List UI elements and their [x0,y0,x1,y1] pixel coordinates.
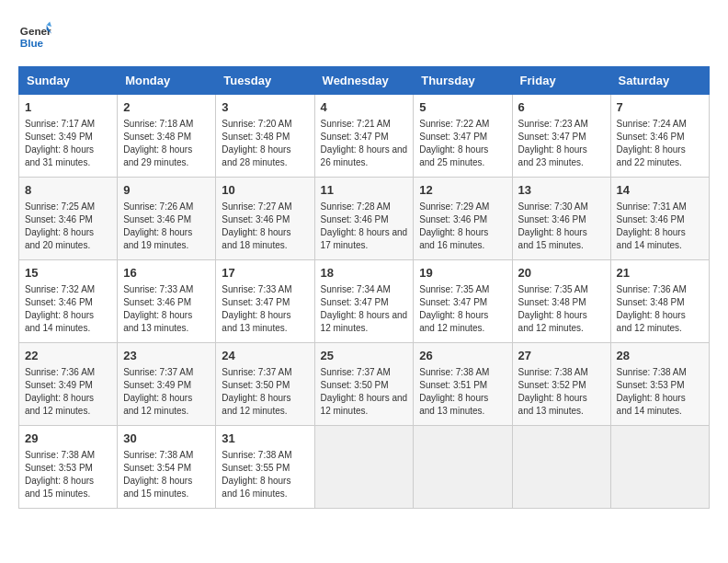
sunset-label: Sunset: 3:46 PM [518,214,586,224]
sunset-label: Sunset: 3:52 PM [518,380,586,390]
sunset-label: Sunset: 3:46 PM [123,214,191,224]
header: General Blue [18,18,710,52]
day-number: 18 [321,265,408,282]
daylight-label: Daylight: 8 hours and 12 minutes. [222,393,290,416]
day-number: 26 [419,348,506,364]
svg-text:Blue: Blue [20,37,44,49]
daylight-label: Daylight: 8 hours and 15 minutes. [25,476,94,499]
calendar-cell: 17Sunrise: 7:33 AMSunset: 3:47 PMDayligh… [216,260,314,343]
calendar-cell: 8Sunrise: 7:25 AMSunset: 3:46 PMDaylight… [19,178,118,260]
sunset-label: Sunset: 3:48 PM [617,297,685,307]
daylight-label: Daylight: 8 hours and 31 minutes. [25,144,94,167]
sunset-label: Sunset: 3:48 PM [123,132,191,142]
day-number: 27 [518,348,605,364]
col-header-tuesday: Tuesday [216,67,314,95]
week-row-1: 1Sunrise: 7:17 AMSunset: 3:49 PMDaylight… [19,95,710,178]
day-number: 6 [518,99,605,116]
day-number: 13 [518,182,605,199]
daylight-label: Daylight: 8 hours and 13 minutes. [123,310,192,333]
calendar-cell: 7Sunrise: 7:24 AMSunset: 3:46 PMDaylight… [610,95,709,178]
sunset-label: Sunset: 3:46 PM [123,297,191,307]
calendar-cell: 5Sunrise: 7:22 AMSunset: 3:47 PMDaylight… [414,95,512,178]
calendar-cell: 1Sunrise: 7:17 AMSunset: 3:49 PMDaylight… [19,95,118,178]
calendar-cell: 3Sunrise: 7:20 AMSunset: 3:48 PMDaylight… [216,95,314,178]
sunset-label: Sunset: 3:51 PM [419,380,487,390]
calendar-cell: 29Sunrise: 7:38 AMSunset: 3:53 PMDayligh… [19,426,118,509]
sunset-label: Sunset: 3:53 PM [25,463,93,473]
calendar-cell: 14Sunrise: 7:31 AMSunset: 3:46 PMDayligh… [610,178,709,260]
day-number: 20 [518,265,605,282]
calendar-cell: 21Sunrise: 7:36 AMSunset: 3:48 PMDayligh… [610,260,709,343]
sunrise-label: Sunrise: 7:24 AM [617,119,687,129]
sunset-label: Sunset: 3:46 PM [617,214,685,224]
calendar-cell: 27Sunrise: 7:38 AMSunset: 3:52 PMDayligh… [512,343,610,426]
daylight-label: Daylight: 8 hours and 12 minutes. [419,310,488,333]
sunrise-label: Sunrise: 7:34 AM [321,284,391,294]
calendar-cell: 12Sunrise: 7:29 AMSunset: 3:46 PMDayligh… [414,178,512,260]
calendar-cell: 19Sunrise: 7:35 AMSunset: 3:47 PMDayligh… [414,260,512,343]
sunrise-label: Sunrise: 7:33 AM [222,284,291,294]
logo: General Blue [18,18,57,52]
daylight-label: Daylight: 8 hours and 13 minutes. [518,393,587,416]
day-number: 9 [123,182,210,199]
day-number: 22 [25,348,111,364]
calendar-cell: 26Sunrise: 7:38 AMSunset: 3:51 PMDayligh… [414,343,512,426]
sunrise-label: Sunrise: 7:31 AM [617,201,687,212]
day-number: 2 [123,99,210,116]
sunrise-label: Sunrise: 7:36 AM [617,284,687,294]
day-number: 28 [617,348,703,364]
day-number: 29 [25,431,111,447]
day-number: 21 [617,265,703,282]
daylight-label: Daylight: 8 hours and 12 minutes. [321,393,408,416]
sunrise-label: Sunrise: 7:21 AM [321,119,391,129]
sunrise-label: Sunrise: 7:38 AM [25,450,95,460]
calendar-cell [314,426,414,509]
daylight-label: Daylight: 8 hours and 17 minutes. [321,227,408,250]
daylight-label: Daylight: 8 hours and 19 minutes. [123,227,192,250]
daylight-label: Daylight: 8 hours and 16 minutes. [419,227,488,250]
sunrise-label: Sunrise: 7:37 AM [222,367,291,377]
sunrise-label: Sunrise: 7:38 AM [123,450,193,460]
day-number: 5 [419,99,506,116]
calendar-cell: 22Sunrise: 7:36 AMSunset: 3:49 PMDayligh… [19,343,118,426]
day-number: 7 [617,99,703,116]
sunset-label: Sunset: 3:47 PM [321,297,389,307]
daylight-label: Daylight: 8 hours and 12 minutes. [617,310,686,333]
sunrise-label: Sunrise: 7:25 AM [25,201,95,212]
sunset-label: Sunset: 3:46 PM [25,297,93,307]
sunset-label: Sunset: 3:49 PM [25,380,93,390]
daylight-label: Daylight: 8 hours and 25 minutes. [419,144,488,167]
day-number: 10 [222,182,308,199]
daylight-label: Daylight: 8 hours and 23 minutes. [518,144,587,167]
sunrise-label: Sunrise: 7:35 AM [419,284,489,294]
calendar-cell [414,426,512,509]
day-number: 14 [617,182,703,199]
day-number: 23 [123,348,210,364]
calendar-cell: 11Sunrise: 7:28 AMSunset: 3:46 PMDayligh… [314,178,414,260]
calendar: SundayMondayTuesdayWednesdayThursdayFrid… [18,66,710,509]
col-header-friday: Friday [512,67,610,95]
daylight-label: Daylight: 8 hours and 16 minutes. [222,476,290,499]
calendar-cell: 25Sunrise: 7:37 AMSunset: 3:50 PMDayligh… [314,343,414,426]
day-number: 25 [321,348,408,364]
daylight-label: Daylight: 8 hours and 13 minutes. [222,310,290,333]
calendar-cell: 18Sunrise: 7:34 AMSunset: 3:47 PMDayligh… [314,260,414,343]
calendar-cell: 10Sunrise: 7:27 AMSunset: 3:46 PMDayligh… [216,178,314,260]
calendar-cell: 2Sunrise: 7:18 AMSunset: 3:48 PMDaylight… [118,95,216,178]
calendar-cell [512,426,610,509]
sunset-label: Sunset: 3:46 PM [617,132,685,142]
daylight-label: Daylight: 8 hours and 12 minutes. [518,310,587,333]
sunset-label: Sunset: 3:47 PM [222,297,290,307]
calendar-cell [610,426,709,509]
sunrise-label: Sunrise: 7:20 AM [222,119,291,129]
sunrise-label: Sunrise: 7:23 AM [518,119,588,129]
sunrise-label: Sunrise: 7:37 AM [123,367,193,377]
day-number: 11 [321,182,408,199]
daylight-label: Daylight: 8 hours and 28 minutes. [222,144,290,167]
calendar-cell: 23Sunrise: 7:37 AMSunset: 3:49 PMDayligh… [118,343,216,426]
sunrise-label: Sunrise: 7:35 AM [518,284,588,294]
sunrise-label: Sunrise: 7:38 AM [518,367,588,377]
sunrise-label: Sunrise: 7:36 AM [25,367,95,377]
daylight-label: Daylight: 8 hours and 29 minutes. [123,144,192,167]
daylight-label: Daylight: 8 hours and 18 minutes. [222,227,290,250]
